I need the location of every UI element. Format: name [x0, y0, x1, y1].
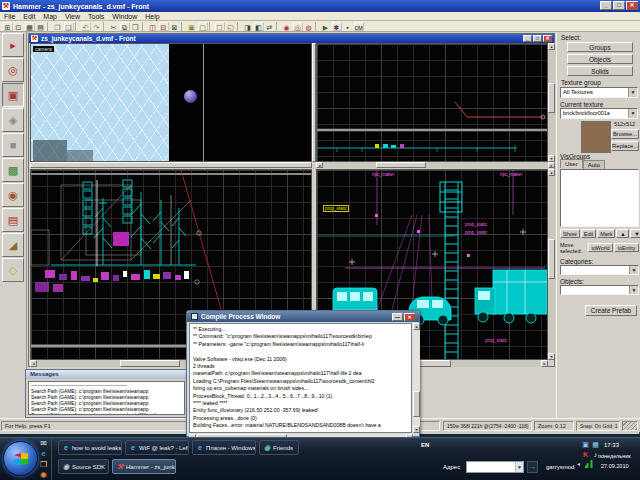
menu-item[interactable]: File	[0, 13, 19, 20]
address-input[interactable]: ▼	[466, 461, 524, 473]
objects-dropdown[interactable]: ▼	[560, 285, 639, 295]
group-icon[interactable]: ◫	[148, 22, 158, 31]
browse-button[interactable]: Browse...	[611, 129, 639, 139]
chevron-down-icon[interactable]: ▼	[628, 88, 637, 97]
entity-tool[interactable]: ◈	[2, 108, 24, 132]
resize-grip[interactable]	[622, 421, 638, 431]
top-view-hscrollbar[interactable]: ◂ ▸	[316, 162, 555, 168]
select-mode-button[interactable]: Solids	[567, 66, 633, 76]
select-inside-icon[interactable]: ◧	[254, 22, 264, 31]
child-maximize-button[interactable]: □	[533, 35, 542, 42]
magnify-tool[interactable]: ◎	[2, 58, 24, 82]
current-texture-dropdown[interactable]: brick/brickfloor001a ▼	[560, 108, 638, 119]
compile-output[interactable]: ** Executing...** Command: "c:\program f…	[189, 323, 412, 433]
to-world-button[interactable]: toWorld	[588, 243, 613, 252]
tray-tv-icon[interactable]: ▦	[591, 440, 600, 449]
ungroup-icon[interactable]: ⊟	[159, 22, 169, 31]
menu-item[interactable]: Help	[141, 13, 163, 20]
ignore-groups-icon[interactable]: ⊠	[170, 22, 180, 31]
select-mode-button[interactable]: Objects	[567, 54, 633, 64]
messages-log[interactable]: ----------------------------------------…	[28, 381, 185, 415]
language-indicator[interactable]: EN	[421, 442, 429, 448]
cm-indicator[interactable]: ᴄᴍ	[354, 22, 364, 31]
chevron-down-icon[interactable]: ▼	[629, 286, 638, 294]
taskbar-button-hammer[interactable]: ⚒ Hammer - zs_junke...	[112, 459, 176, 474]
hide-unselected-icon[interactable]: ▢	[198, 22, 208, 31]
cordon-edit-icon[interactable]: ◱	[226, 22, 236, 31]
compile-vscrollbar[interactable]: ▴ ▾	[413, 323, 420, 433]
models-fade-icon[interactable]: ▪	[343, 22, 353, 31]
visgroup-action-button[interactable]: ▼	[630, 229, 640, 238]
texture-group-dropdown[interactable]: All Textures ▼	[560, 87, 638, 98]
menu-item[interactable]: Edit	[19, 13, 39, 20]
child-minimize-button[interactable]: _	[523, 35, 532, 42]
maximize-button[interactable]: □	[613, 1, 625, 10]
replace-button[interactable]: Replace...	[611, 141, 639, 151]
taskbar-button-source-sdk[interactable]: ◉ Source SDK	[58, 459, 109, 474]
taskbar-button-friends[interactable]: ◉ Friends	[259, 440, 299, 455]
flip-icon[interactable]: ⇄	[265, 22, 275, 31]
taskbar-button-browser-1[interactable]: e how to avoid leaks i...	[58, 440, 122, 455]
select-touching-icon[interactable]: ◨	[243, 22, 253, 31]
grid-larger-icon[interactable]: ▤	[36, 22, 46, 31]
redo-icon[interactable]: ↷	[92, 22, 102, 31]
viewport-splitter-horizontal[interactable]	[30, 162, 312, 168]
child-close-button[interactable]: ✕	[543, 35, 552, 42]
network-signal-icon[interactable]	[584, 460, 593, 469]
menu-item[interactable]: Tools	[84, 13, 108, 20]
tray-expand-arrow-icon[interactable]: ◂	[574, 460, 583, 469]
viewport-camera[interactable]: camera	[30, 43, 312, 162]
top-view-vscrollbar[interactable]: ▴ ▾	[548, 43, 555, 162]
close-button[interactable]: ✕	[626, 1, 638, 10]
load-window-state-icon[interactable]: ❐	[53, 22, 63, 31]
visgroup-action-button[interactable]: Show	[560, 229, 580, 238]
undo-icon[interactable]: ↶	[81, 22, 91, 31]
run-map-icon[interactable]: ▶	[321, 22, 331, 31]
compile-minimize-button[interactable]: —	[392, 313, 403, 321]
chevron-down-icon[interactable]: ▼	[628, 109, 637, 118]
visgroups-tab[interactable]: User	[560, 159, 583, 168]
quick-launch-media-icon[interactable]: ◉	[38, 470, 49, 480]
menu-item[interactable]: View	[61, 13, 84, 20]
texture-preview[interactable]	[581, 121, 611, 153]
block-tool[interactable]: ■	[2, 133, 24, 157]
selection-tool[interactable]: ▸	[2, 33, 24, 57]
kaspersky-icon[interactable]: K	[581, 450, 590, 459]
quick-launch-explorer-icon[interactable]: ❒	[38, 460, 49, 470]
toggle-grid-icon[interactable]: ⊞	[3, 22, 13, 31]
create-prefab-button[interactable]: Create Prefab	[585, 305, 637, 316]
quick-launch-mail-icon[interactable]: ✉	[38, 439, 49, 449]
menu-item[interactable]: Window	[108, 13, 141, 20]
vertex-tool[interactable]: ◇	[2, 258, 24, 282]
clipping-tool[interactable]: ◢	[2, 233, 24, 257]
menu-item[interactable]: Map	[39, 13, 61, 20]
visgroups-tab[interactable]: Auto	[583, 160, 605, 169]
compile-close-button[interactable]: ✕	[404, 313, 415, 321]
visgroup-action-button[interactable]: Mark	[597, 229, 615, 238]
viewport-top-xy[interactable]	[316, 43, 548, 162]
clock-time[interactable]: 17:33	[604, 442, 619, 448]
hide-selected-icon[interactable]: ▣	[187, 22, 197, 31]
tray-monitor-icon[interactable]: ▣	[581, 440, 590, 449]
visgroup-action-button[interactable]: ▲	[616, 229, 629, 238]
texture-lock-icon[interactable]: ◉	[282, 22, 292, 31]
toggle-3d-grid-icon[interactable]: ⊡	[14, 22, 24, 31]
select-mode-button[interactable]: Groups	[567, 42, 633, 52]
texture-application-tool[interactable]: ▩	[2, 158, 24, 182]
displacement-mask-icon[interactable]: ◍	[304, 22, 314, 31]
save-window-state-icon[interactable]: ❏	[64, 22, 74, 31]
paste-icon[interactable]: ❒	[131, 22, 141, 31]
compile-titlebar[interactable]: Compile Process Window — ✕	[187, 311, 419, 322]
messages-titlebar[interactable]: Messages	[26, 370, 187, 379]
chevron-down-icon[interactable]: ▼	[629, 266, 638, 274]
copy-icon[interactable]: ⧉	[120, 22, 130, 31]
chevron-down-icon[interactable]: ▼	[515, 462, 523, 472]
address-go-button[interactable]: →	[527, 461, 538, 473]
taskbar-button-browser-2[interactable]: e WtF @ leak? - Left 4...	[125, 440, 189, 455]
helpers-icon[interactable]: ✱	[332, 22, 342, 31]
visgroups-list[interactable]	[560, 169, 639, 227]
visgroup-action-button[interactable]: Edit	[581, 229, 596, 238]
minimize-button[interactable]: _	[600, 1, 612, 10]
side-view-vscrollbar[interactable]: ▴ ▾	[548, 169, 555, 360]
apply-overlays-tool[interactable]: ▤	[2, 208, 24, 232]
